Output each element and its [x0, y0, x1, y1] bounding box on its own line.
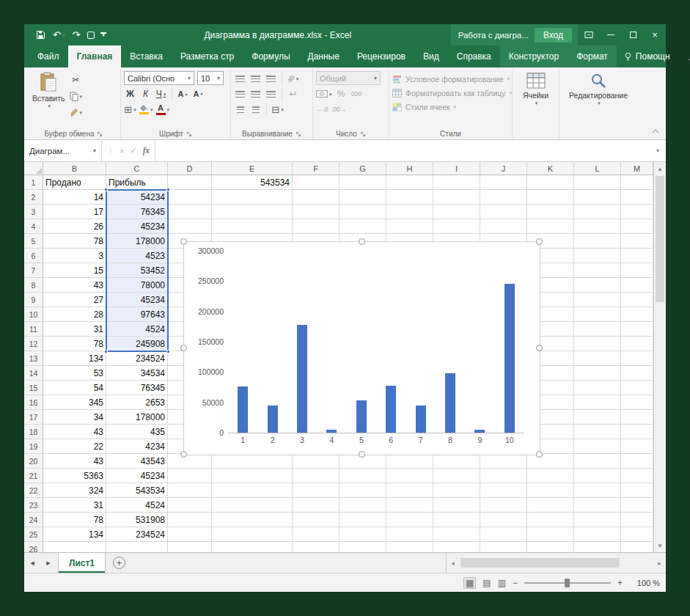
format-painter-button[interactable]	[70, 106, 83, 119]
row-header-7[interactable]: 7	[24, 263, 43, 278]
column-header-B[interactable]: B	[43, 162, 106, 175]
zoom-slider[interactable]	[524, 582, 611, 584]
cell-L6[interactable]	[574, 249, 621, 263]
cell-B24[interactable]: 78	[43, 513, 106, 527]
collapse-ribbon-button[interactable]	[649, 126, 662, 136]
cell-C3[interactable]: 76345	[106, 205, 168, 219]
fill-color-button[interactable]	[139, 103, 153, 116]
ribbon-tab-0[interactable]: Файл	[29, 45, 68, 67]
row-header-4[interactable]: 4	[24, 219, 43, 234]
maximize-button[interactable]	[622, 24, 644, 45]
cell-I2[interactable]	[433, 190, 480, 205]
cell-I24[interactable]	[433, 513, 480, 527]
cell-H4[interactable]	[386, 219, 433, 234]
cell-M18[interactable]	[621, 425, 653, 439]
cell-C18[interactable]: 435	[106, 425, 168, 439]
row-header-3[interactable]: 3	[24, 205, 43, 219]
chart-bar-8[interactable]	[445, 373, 455, 433]
cell-K25[interactable]	[527, 527, 574, 542]
column-header-J[interactable]: J	[480, 162, 527, 175]
cell-C15[interactable]: 76345	[106, 381, 168, 395]
cell-F26[interactable]	[293, 542, 340, 552]
cell-G21[interactable]	[340, 469, 386, 483]
chart-bar-5[interactable]	[356, 400, 367, 433]
sheet-nav-left[interactable]: ◂	[24, 553, 40, 573]
cell-C14[interactable]: 34534	[106, 366, 168, 381]
cell-K2[interactable]	[527, 190, 574, 205]
accounting-format-button[interactable]	[316, 87, 332, 100]
cell-D4[interactable]	[168, 219, 212, 234]
column-header-K[interactable]: K	[527, 162, 574, 175]
cell-E23[interactable]	[212, 498, 293, 513]
cell-L4[interactable]	[574, 219, 621, 234]
cell-C2[interactable]: 54234	[106, 190, 168, 205]
chart-bar-7[interactable]	[416, 406, 426, 433]
cell-K4[interactable]	[527, 219, 574, 234]
chart-handle[interactable]	[180, 238, 187, 245]
bold-button[interactable]: Ж	[124, 87, 136, 100]
cell-G1[interactable]	[340, 175, 386, 190]
cell-G24[interactable]	[340, 513, 386, 527]
cell-L8[interactable]	[574, 278, 621, 293]
row-header-20[interactable]: 20	[24, 454, 43, 469]
cell-M25[interactable]	[621, 527, 653, 542]
cell-I1[interactable]	[433, 175, 480, 190]
cell-C26[interactable]	[106, 542, 168, 552]
font-name-combo[interactable]: Calibri (Осно	[124, 71, 194, 85]
cell-B16[interactable]: 345	[43, 395, 106, 410]
cell-J1[interactable]	[480, 175, 527, 190]
dialog-launcher-font[interactable]	[186, 131, 192, 137]
chart-bar-6[interactable]	[386, 386, 396, 433]
cell-B9[interactable]: 27	[43, 293, 106, 307]
cell-F22[interactable]	[293, 483, 340, 498]
row-header-19[interactable]: 19	[24, 439, 43, 454]
cell-B19[interactable]: 22	[43, 439, 106, 454]
cell-G3[interactable]	[340, 205, 386, 219]
chart-bar-10[interactable]	[504, 284, 515, 433]
cell-I25[interactable]	[433, 527, 480, 542]
decrease-font-button[interactable]: А	[192, 87, 205, 100]
cell-B11[interactable]: 31	[43, 322, 106, 337]
cell-L5[interactable]	[574, 234, 621, 249]
cell-G23[interactable]	[340, 498, 386, 513]
column-header-I[interactable]: I	[433, 162, 480, 175]
row-header-25[interactable]: 25	[24, 527, 43, 542]
cell-L22[interactable]	[574, 483, 621, 498]
chart-handle[interactable]	[536, 238, 543, 245]
cell-M20[interactable]	[621, 454, 653, 469]
cell-L23[interactable]	[574, 498, 621, 513]
cell-J4[interactable]	[480, 219, 527, 234]
cell-F21[interactable]	[293, 469, 340, 483]
save-button[interactable]	[36, 30, 45, 40]
cell-M8[interactable]	[621, 278, 653, 293]
align-right-button[interactable]	[265, 87, 277, 100]
cell-E26[interactable]	[212, 542, 293, 552]
cell-M17[interactable]	[621, 410, 653, 425]
sheet-nav-right[interactable]: ▸	[40, 553, 56, 573]
select-all-corner[interactable]	[24, 162, 43, 175]
cell-M12[interactable]	[621, 337, 653, 351]
cell-J24[interactable]	[480, 513, 527, 527]
formula-bar-expand-button[interactable]	[650, 140, 666, 161]
cell-I22[interactable]	[433, 483, 480, 498]
ribbon-tab-9[interactable]: Конструктор	[500, 45, 568, 67]
cell-C11[interactable]: 4524	[106, 322, 168, 337]
cell-K20[interactable]	[527, 454, 574, 469]
row-header-14[interactable]: 14	[24, 366, 43, 381]
copy-button[interactable]	[70, 89, 83, 103]
cell-F25[interactable]	[293, 527, 340, 542]
cell-C7[interactable]: 53452	[106, 263, 168, 278]
column-header-G[interactable]: G	[340, 162, 386, 175]
sheet-tab-list1[interactable]: Лист1	[58, 553, 106, 573]
cell-B5[interactable]: 78	[43, 234, 106, 249]
cell-B6[interactable]: 3	[43, 249, 106, 263]
cell-D2[interactable]	[168, 190, 212, 205]
cell-C17[interactable]: 178000	[106, 410, 168, 425]
horizontal-scrollbar[interactable]: ◂ ▸	[446, 553, 666, 573]
row-header-10[interactable]: 10	[24, 307, 43, 322]
cell-L20[interactable]	[574, 454, 621, 469]
cell-L25[interactable]	[574, 527, 621, 542]
cell-C20[interactable]: 43543	[106, 454, 168, 469]
merge-center-button[interactable]: ⊟	[271, 103, 284, 116]
ribbon-tab-1[interactable]: Главная	[68, 45, 122, 67]
